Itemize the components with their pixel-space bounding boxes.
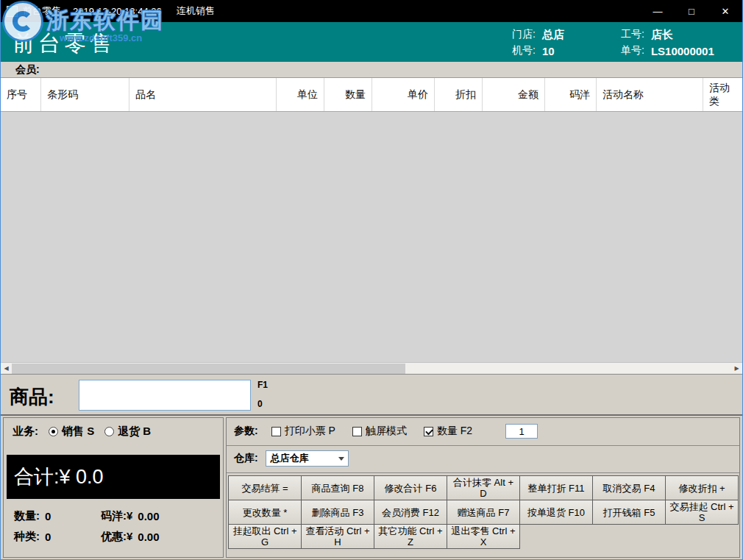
radio-checked-icon xyxy=(49,427,58,436)
horizontal-scrollbar[interactable]: ◀ ▶ xyxy=(1,362,742,374)
retrieve-suspended-button[interactable]: 挂起取出 Ctrl + G xyxy=(228,524,302,549)
warehouse-label: 仓库: xyxy=(234,452,258,465)
warehouse-row: 仓库: 总店仓库 xyxy=(234,450,349,467)
function-buttons: 交易结算 = 商品查询 F8 修改合计 F6 合计抹零 Alt + D 整单打折… xyxy=(228,475,738,549)
list-price-stat: 码洋:¥ 0.00 xyxy=(101,509,218,523)
sale-radio-label: 销售 S xyxy=(62,425,94,439)
divider xyxy=(227,472,739,473)
cancel-transaction-button[interactable]: 取消交易 F4 xyxy=(592,475,666,500)
col-product-name: 品名 xyxy=(129,78,277,111)
member-consume-button[interactable]: 会员消费 F12 xyxy=(374,500,447,525)
col-seq: 序号 xyxy=(1,78,41,111)
employee-label: 工号: xyxy=(621,28,644,41)
button-row-3: 挂起取出 Ctrl + G 查看活动 Ctrl + H 其它功能 Ctrl + … xyxy=(228,524,738,549)
open-cash-drawer-button[interactable]: 打开钱箱 F5 xyxy=(592,500,666,525)
app-icon xyxy=(7,6,18,17)
col-amount: 金额 xyxy=(483,78,545,111)
view-activity-button[interactable]: 查看活动 Ctrl + H xyxy=(301,524,374,549)
window-mode: 连机销售 xyxy=(177,4,215,18)
pos-window: 前台零售 2019-12-20 13:44:26 连机销售 — □ ✕ 前台零售… xyxy=(0,0,743,560)
bottom-area: 业务: 销售 S 退货 B 合计:¥ 0.0 数量: 0 码洋:¥ xyxy=(1,416,742,559)
sale-radio[interactable]: 销售 S xyxy=(38,425,94,439)
scrollbar-thumb[interactable] xyxy=(12,364,405,374)
window-title: 前台零售 xyxy=(23,4,61,18)
quantity-input[interactable] xyxy=(505,424,538,439)
quantity-stat-label: 数量: xyxy=(14,509,40,523)
change-quantity-button[interactable]: 更改数量 * xyxy=(228,500,302,525)
store-value: 总店 xyxy=(542,28,564,42)
warehouse-selected-value: 总店仓库 xyxy=(271,452,309,465)
modify-total-button[interactable]: 修改合计 F6 xyxy=(374,475,447,500)
quantity-mode-checkbox[interactable]: 数量 F2 xyxy=(424,425,472,438)
window-controls: — □ ✕ xyxy=(641,0,742,22)
touch-mode-label: 触屏模式 xyxy=(366,425,407,438)
checkbox-unchecked-icon xyxy=(352,427,362,436)
col-barcode: 条形码 xyxy=(41,78,129,111)
warehouse-select[interactable]: 总店仓库 xyxy=(266,450,349,467)
store-machine-info: 门店: 总店 机号: 10 xyxy=(512,26,564,59)
machine-label: 机号: xyxy=(512,44,536,57)
other-functions-button[interactable]: 其它功能 Ctrl + Z xyxy=(374,524,447,549)
exit-retail-button[interactable]: 退出零售 Ctrl + X xyxy=(447,524,520,549)
radio-unchecked-icon xyxy=(104,427,114,436)
window-datetime: 2019-12-20 13:44:26 xyxy=(73,6,162,17)
kinds-stat-label: 种类: xyxy=(14,530,40,544)
whole-order-discount-button[interactable]: 整单打折 F11 xyxy=(519,475,593,500)
round-off-total-button[interactable]: 合计抹零 Alt + D xyxy=(447,475,520,500)
product-hotkey-label: F1 xyxy=(257,380,268,390)
params-label: 参数: xyxy=(234,425,258,438)
minimize-button[interactable]: — xyxy=(641,0,675,22)
totals-stats: 数量: 0 码洋:¥ 0.00 种类: 0 优惠:¥ 0.00 xyxy=(14,509,218,544)
member-bar: 会员: xyxy=(1,62,742,78)
scroll-left-icon[interactable]: ◀ xyxy=(1,363,12,374)
items-table-body xyxy=(1,112,742,362)
kinds-stat-value: 0 xyxy=(45,531,51,543)
product-count: 0 xyxy=(257,399,263,409)
params-row: 参数: 打印小票 P 触屏模式 数量 F2 xyxy=(234,424,538,439)
employee-value: 店长 xyxy=(651,28,673,42)
close-button[interactable]: ✕ xyxy=(708,0,742,22)
return-radio[interactable]: 退货 B xyxy=(94,425,151,439)
touch-mode-checkbox[interactable]: 触屏模式 xyxy=(352,425,407,438)
chevron-down-icon xyxy=(338,457,344,461)
kinds-stat: 种类: 0 xyxy=(14,530,101,544)
scroll-right-icon[interactable]: ▶ xyxy=(731,363,742,374)
store-label: 门店: xyxy=(512,28,536,41)
suspend-transaction-button[interactable]: 交易挂起 Ctrl + S xyxy=(665,500,739,525)
modify-discount-button[interactable]: 修改折扣 + xyxy=(665,475,739,500)
button-row-1: 交易结算 = 商品查询 F8 修改合计 F6 合计抹零 Alt + D 整单打折… xyxy=(228,475,738,500)
discount-stat: 优惠:¥ 0.00 xyxy=(101,530,218,544)
member-label: 会员: xyxy=(15,63,40,77)
titlebar: 前台零售 2019-12-20 13:44:26 连机销售 — □ ✕ xyxy=(1,0,742,22)
col-unit-price: 单价 xyxy=(372,78,435,111)
page-title: 前台零售 xyxy=(13,29,115,59)
quantity-mode-label: 数量 F2 xyxy=(437,425,472,438)
list-price-stat-label: 码洋:¥ xyxy=(101,509,132,523)
divider xyxy=(227,445,739,446)
col-quantity: 数量 xyxy=(324,78,372,111)
quantity-stat-value: 0 xyxy=(45,510,51,522)
delete-item-button[interactable]: 删除商品 F3 xyxy=(301,500,374,525)
app-header: 前台零售 门店: 总店 机号: 10 工号: 店长 单号: LS10000001 xyxy=(1,22,742,62)
order-label: 单号: xyxy=(621,44,644,57)
quantity-stat: 数量: 0 xyxy=(14,509,101,523)
button-row-2: 更改数量 * 删除商品 F3 会员消费 F12 赠送商品 F7 按单退货 F10… xyxy=(228,500,738,525)
product-input[interactable] xyxy=(79,380,251,411)
business-label: 业务: xyxy=(13,425,38,439)
print-receipt-label: 打印小票 P xyxy=(285,425,335,438)
actions-panel: 参数: 打印小票 P 触屏模式 数量 F2 仓库: xyxy=(226,417,740,558)
product-query-button[interactable]: 商品查询 F8 xyxy=(301,475,374,500)
product-entry-panel: 商品: F1 0 xyxy=(1,374,742,416)
order-value: LS10000001 xyxy=(651,45,714,57)
col-activity-type: 活动类 xyxy=(703,78,742,111)
print-receipt-checkbox[interactable]: 打印小票 P xyxy=(271,425,335,438)
checkbox-unchecked-icon xyxy=(271,427,281,436)
items-table-header: 序号 条形码 品名 单位 数量 单价 折扣 金额 码洋 活动名称 活动类 xyxy=(1,78,742,112)
col-discount: 折扣 xyxy=(435,78,483,111)
settle-button[interactable]: 交易结算 = xyxy=(228,475,302,500)
maximize-button[interactable]: □ xyxy=(675,0,708,22)
return-by-order-button[interactable]: 按单退货 F10 xyxy=(519,500,593,525)
grand-total-display: 合计:¥ 0.0 xyxy=(7,455,220,499)
list-price-stat-value: 0.00 xyxy=(138,510,159,522)
gift-item-button[interactable]: 赠送商品 F7 xyxy=(447,500,520,525)
